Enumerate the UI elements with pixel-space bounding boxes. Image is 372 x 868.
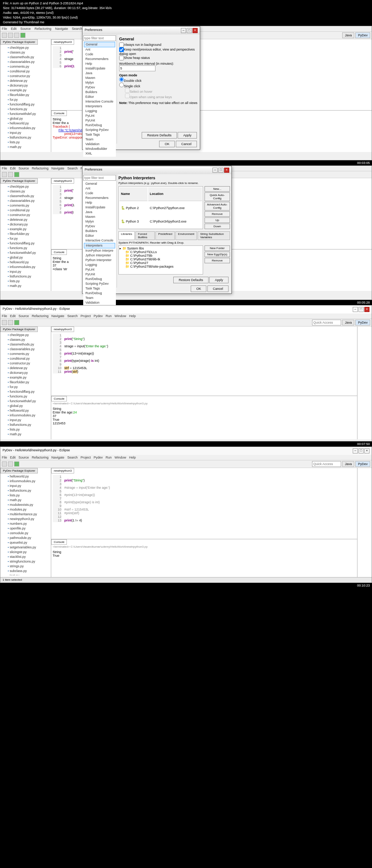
pref-tree-item[interactable]: Interactive Console — [84, 238, 115, 243]
save-icon[interactable] — [8, 461, 13, 467]
interp-up-button[interactable]: Up — [205, 217, 230, 223]
pref-tree-item[interactable]: Scripting PyDev — [84, 281, 115, 286]
file-item[interactable]: stacklist.py — [1, 555, 50, 559]
menu-project[interactable]: Project — [81, 314, 91, 318]
pref-tree-item[interactable]: Ant — [84, 47, 115, 52]
explorer-tab[interactable]: PyDev Package Explorer — [0, 327, 38, 332]
pref-tree-item[interactable]: PyDev — [84, 85, 115, 90]
file-item[interactable]: classes.py — [1, 50, 50, 55]
save-interval-input[interactable] — [119, 65, 155, 71]
file-item[interactable]: for.py — [1, 236, 50, 241]
pref-tree-item[interactable]: Validation — [84, 142, 115, 147]
console-tab[interactable]: Console — [51, 249, 67, 255]
filter-input[interactable] — [83, 35, 116, 41]
file-item[interactable]: functiondiffarg.py — [1, 389, 50, 394]
file-item[interactable]: listfunctions.py — [1, 423, 50, 427]
file-item[interactable]: classmethods.py — [1, 342, 50, 347]
pref-tree-item[interactable]: Builders — [84, 90, 115, 95]
pref-tree-item[interactable]: Team — [84, 137, 115, 142]
lib-item[interactable]: 📁 C:\Python27\lib\site-packages — [125, 265, 202, 268]
file-item[interactable]: moduleexists.py — [1, 288, 50, 289]
pref-tree-item[interactable]: IronPython Interpre — [84, 248, 115, 253]
max-icon[interactable]: □ — [218, 168, 223, 173]
run-icon[interactable] — [14, 320, 19, 325]
file-item[interactable]: dictionary.py — [1, 371, 50, 375]
file-item[interactable]: functionwithdef.py — [1, 112, 50, 116]
menu-pydev[interactable]: Pydev — [94, 314, 103, 318]
file-item[interactable]: moduleexists.py — [1, 437, 50, 437]
pref-tree-item[interactable]: Run/Debug — [84, 277, 115, 281]
file-item[interactable]: subclass.py — [1, 569, 50, 573]
menu-edit[interactable]: Edit — [10, 167, 16, 170]
file-item[interactable]: functions.py — [1, 394, 50, 399]
run-icon[interactable] — [14, 461, 19, 467]
file-item[interactable]: for.py — [1, 97, 50, 102]
file-item[interactable]: comments.py — [1, 352, 50, 356]
menu-file[interactable]: File — [2, 167, 7, 170]
file-item[interactable]: constructor.py — [1, 213, 50, 217]
max-icon[interactable]: □ — [187, 28, 192, 33]
file-item[interactable]: deletevar.py — [1, 366, 50, 371]
menu-navigate[interactable]: Navigate — [55, 27, 68, 31]
file-item[interactable]: constructor.py — [1, 361, 50, 366]
persp-java[interactable]: Java — [342, 320, 354, 325]
file-item[interactable]: functiondiffarg.py — [1, 241, 50, 246]
pref-tree-item[interactable]: Editor — [84, 95, 115, 99]
quick-access-input[interactable] — [312, 320, 341, 325]
file-item[interactable]: listfunctions.py — [1, 488, 50, 493]
ok-button[interactable]: OK — [159, 141, 175, 147]
ok-button[interactable]: OK — [191, 285, 206, 292]
menu-file[interactable]: File — [2, 27, 7, 31]
menu-help[interactable]: Help — [129, 314, 136, 318]
persp-pydev[interactable]: PyDev — [355, 320, 370, 325]
menu-pydev[interactable]: Pydev — [94, 456, 103, 459]
menu-run[interactable]: Run — [106, 456, 112, 459]
editor-tab[interactable]: newinpython3 — [51, 327, 74, 332]
menu-navigate[interactable]: Navigate — [52, 314, 65, 318]
persp-pydev[interactable]: PyDev — [355, 461, 370, 467]
file-item[interactable]: checktype.py — [1, 45, 50, 50]
save-icon[interactable] — [8, 320, 13, 325]
pref-tree-item[interactable]: Run/Debug — [84, 291, 115, 296]
file-item[interactable]: math.py — [1, 498, 50, 503]
file-item[interactable]: for.py — [1, 385, 50, 389]
lib-tab[interactable]: String Substitution Variables — [198, 231, 230, 240]
pref-tree-item[interactable]: Install/Update — [84, 205, 115, 210]
file-item[interactable]: test.py — [1, 573, 50, 575]
file-item[interactable]: constructor.py — [1, 74, 50, 79]
file-item[interactable]: functionwithdef.py — [1, 399, 50, 404]
menu-refactoring[interactable]: Refactoring — [32, 456, 49, 459]
persp-java[interactable]: Java — [342, 32, 354, 38]
menu-source[interactable]: Source — [20, 27, 31, 31]
interp-row[interactable]: 🐍 Python 2 — [120, 202, 147, 215]
pref-tree-item[interactable]: Install/Update — [84, 66, 115, 71]
interp-advancedautoconfig-button[interactable]: Advanced Auto-Config — [205, 202, 230, 211]
file-item[interactable]: lists.py — [1, 493, 50, 498]
lib-item[interactable]: 📁 C:\Python27\lib — [125, 254, 202, 257]
pref-tree-item[interactable]: Run/Debug — [84, 123, 115, 128]
pref-tree-item[interactable]: Help — [84, 61, 115, 66]
file-item[interactable]: classmethods.py — [1, 194, 50, 199]
file-item[interactable]: math.py — [1, 284, 50, 288]
file-item[interactable]: modules.py — [1, 507, 50, 512]
run-icon[interactable] — [20, 33, 25, 38]
pref-tree-item[interactable]: Validation — [84, 300, 115, 305]
file-item[interactable]: conditional.py — [1, 208, 50, 213]
file-item[interactable]: newinpython3.py — [1, 517, 50, 521]
lib-button[interactable]: New Folder — [205, 245, 230, 251]
console-tab[interactable]: Console — [51, 539, 67, 545]
new-icon[interactable] — [2, 33, 7, 38]
pref-tree-item[interactable]: Interactive Console — [84, 99, 115, 104]
menu-help[interactable]: Help — [129, 456, 136, 459]
interp-quickautoconfig-button[interactable]: Quick Auto-Config — [205, 192, 230, 201]
lib-tab[interactable]: Libraries — [118, 231, 135, 240]
min-icon[interactable]: – — [213, 168, 218, 173]
close-icon[interactable]: × — [224, 168, 229, 173]
file-item[interactable]: classes.py — [1, 337, 50, 342]
file-item[interactable]: checktype.py — [1, 184, 50, 189]
close-icon[interactable]: × — [193, 28, 198, 33]
pref-tree-item[interactable]: PyUnit — [84, 272, 115, 277]
lib-item[interactable]: 📁 C:\Python27 — [125, 261, 202, 265]
file-item[interactable]: pathmodule.py — [1, 536, 50, 540]
restore-button[interactable]: Restore Defaults — [142, 132, 177, 139]
